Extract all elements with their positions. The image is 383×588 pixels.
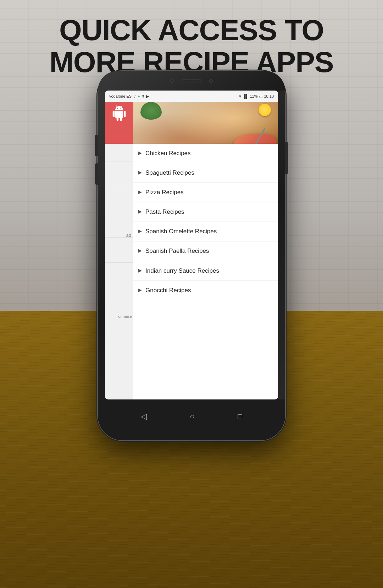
- sidebar-divider-3: [105, 212, 133, 212]
- sensor-dot: [209, 79, 213, 83]
- signal-up-icon: ⇧: [133, 94, 136, 99]
- recipe-item[interactable]: ▶Pizza Recipes: [133, 183, 278, 202]
- phone-shell: vodafone ES ⇧ ● ⇕ ▶ ≋ ▐▌ 11% ▭ 18:18: [98, 71, 285, 440]
- recipe-item[interactable]: ▶Spanish Paella Recipes: [133, 241, 278, 261]
- recipe-name-text: Spanish Paella Recipes: [145, 247, 209, 255]
- sidebar-divider-1: [105, 162, 133, 162]
- status-bar: vodafone ES ⇧ ● ⇕ ▶ ≋ ▐▌ 11% ▭ 18:18: [105, 91, 278, 102]
- sidebar-divider-2: [105, 187, 133, 187]
- recipe-item[interactable]: ▶Spaguetti Recipes: [133, 163, 278, 183]
- recipe-arrow-icon: ▶: [138, 268, 142, 273]
- recipe-arrow-icon: ▶: [138, 150, 142, 156]
- status-left: vodafone ES ⇧ ● ⇕ ▶: [109, 94, 149, 99]
- recipe-arrow-icon: ▶: [138, 228, 142, 234]
- android-icon: [111, 105, 127, 121]
- nav-bar: ◁ ○ □: [98, 399, 285, 440]
- phone-speaker: [181, 80, 202, 82]
- recipe-arrow-icon: ▶: [138, 189, 142, 195]
- recipe-arrow-icon: ▶: [138, 248, 142, 253]
- phone-top: [98, 71, 285, 91]
- recipe-item[interactable]: ▶Indian curry Sauce Recipes: [133, 261, 278, 281]
- phone-mockup: vodafone ES ⇧ ● ⇕ ▶ ≋ ▐▌ 11% ▭ 18:18: [98, 71, 285, 440]
- network-dot: ●: [138, 94, 140, 98]
- recipe-name-text: Pizza Recipes: [145, 189, 184, 196]
- recipe-item[interactable]: ▶Spanish Omelette Recipes: [133, 222, 278, 241]
- recipe-arrow-icon: ▶: [138, 287, 142, 293]
- recipe-name-text: Chicken Recipes: [145, 149, 191, 157]
- recipe-name-text: Spanish Omelette Recipes: [145, 228, 217, 235]
- herb-decoration: [140, 102, 162, 120]
- back-button[interactable]: ◁: [141, 412, 147, 421]
- recipe-name-text: Pasta Recipes: [145, 208, 184, 216]
- signal-bars: ▐▌: [243, 94, 249, 98]
- battery-pct: 11%: [250, 94, 257, 98]
- page-title: QUICK ACCESS TO MORE RECIPE APPS: [21, 14, 362, 78]
- battery-icon: ▭: [259, 94, 262, 99]
- recipe-name-text: Spaguetti Recipes: [145, 169, 194, 177]
- recipe-list: ▶Chicken Recipes▶Spaguetti Recipes▶Pizza…: [133, 144, 278, 399]
- recents-button[interactable]: □: [238, 412, 242, 421]
- sync-icon: ⇕: [141, 94, 145, 99]
- sidebar-ad-text: ad: [105, 233, 133, 238]
- sidebar-onnaise-text: onnaise: [105, 314, 133, 318]
- wifi-icon: ≋: [238, 94, 242, 99]
- header-section: QUICK ACCESS TO MORE RECIPE APPS: [0, 14, 383, 78]
- home-button[interactable]: ○: [190, 412, 194, 421]
- front-camera: [170, 79, 174, 83]
- lemon-decoration: [259, 104, 271, 116]
- recipe-arrow-icon: ▶: [138, 209, 142, 214]
- recipe-name-text: Gnocchi Recipes: [145, 287, 191, 294]
- recipe-item[interactable]: ▶Pasta Recipes: [133, 202, 278, 222]
- status-right: ≋ ▐▌ 11% ▭ 18:18: [238, 94, 274, 99]
- carrier-text: vodafone ES: [109, 94, 132, 98]
- recipe-name-text: Indian curry Sauce Recipes: [145, 267, 219, 275]
- sidebar-divider-5: [105, 262, 133, 263]
- left-sidebar: ad onnaise: [105, 144, 133, 399]
- recipe-item[interactable]: ▶Chicken Recipes: [133, 144, 278, 163]
- play-icon: ▶: [146, 94, 149, 99]
- clock: 18:18: [264, 94, 274, 98]
- recipe-arrow-icon: ▶: [138, 170, 142, 175]
- recipe-item[interactable]: ▶Gnocchi Recipes: [133, 281, 278, 300]
- phone-screen: vodafone ES ⇧ ● ⇕ ▶ ≋ ▐▌ 11% ▭ 18:18: [105, 91, 278, 399]
